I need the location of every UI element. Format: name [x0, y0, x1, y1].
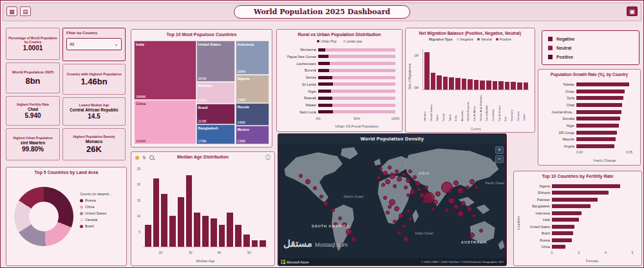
- bar[interactable]: [552, 211, 582, 215]
- density-bubble[interactable]: [397, 231, 401, 235]
- bar[interactable]: [552, 184, 620, 188]
- density-bubble[interactable]: [453, 204, 459, 209]
- bar[interactable]: [161, 194, 167, 247]
- legend-item[interactable]: Brazil: [80, 224, 111, 228]
- legend-item[interactable]: prular pop: [343, 39, 362, 43]
- bar[interactable]: [219, 225, 225, 247]
- legend-item[interactable]: China: [80, 205, 111, 209]
- bar[interactable]: [462, 79, 467, 90]
- bar[interactable]: [552, 191, 609, 195]
- legend-item[interactable]: Positive: [548, 55, 633, 59]
- map-body[interactable]: ASIAAUSTRALIASOUTH AMERICAAtlantic Ocean…: [278, 144, 506, 258]
- treemap-node[interactable]: China1416M: [134, 100, 196, 144]
- bar[interactable]: [511, 82, 516, 90]
- zoom-out-button[interactable]: −: [495, 155, 504, 163]
- legend-item[interactable]: Negative: [457, 37, 473, 41]
- stacked-bar[interactable]: [318, 76, 395, 79]
- bar[interactable]: [243, 235, 250, 247]
- density-bubble[interactable]: [410, 189, 415, 195]
- density-bubble[interactable]: [453, 180, 459, 186]
- bar[interactable]: [552, 198, 598, 202]
- stacked-bar[interactable]: [318, 62, 395, 65]
- treemap-node[interactable]: India1464M: [134, 41, 196, 100]
- density-bubble[interactable]: [305, 179, 310, 184]
- zoom-in-button[interactable]: +: [495, 146, 504, 154]
- density-bubble[interactable]: [457, 187, 464, 194]
- density-bubble[interactable]: [406, 178, 411, 183]
- density-bubble[interactable]: [457, 211, 464, 217]
- legend-item[interactable]: Neutral: [477, 37, 492, 41]
- bar[interactable]: [517, 82, 522, 90]
- bar[interactable]: [449, 77, 454, 90]
- insight-icon[interactable]: [135, 156, 139, 160]
- density-bubble[interactable]: [313, 186, 317, 190]
- bar[interactable]: [437, 75, 442, 90]
- density-bubble[interactable]: [399, 213, 404, 218]
- treemap-node[interactable]: Pakistan255M: [196, 82, 236, 104]
- density-bubble[interactable]: [422, 199, 426, 203]
- bar[interactable]: [480, 81, 485, 90]
- density-bubble[interactable]: [408, 217, 412, 221]
- bar[interactable]: [576, 103, 622, 107]
- bar[interactable]: [576, 82, 629, 86]
- stacked-bar[interactable]: [318, 110, 395, 113]
- bar[interactable]: [505, 82, 510, 90]
- bar[interactable]: [552, 218, 579, 222]
- treemap-node[interactable]: Russia146M: [236, 103, 270, 126]
- density-bubble[interactable]: [424, 186, 428, 189]
- bar[interactable]: [260, 240, 266, 247]
- density-bubble[interactable]: [383, 196, 387, 200]
- stacked-bar[interactable]: [318, 82, 395, 86]
- density-bubble[interactable]: [323, 201, 328, 206]
- density-bubble[interactable]: [331, 208, 335, 212]
- bar[interactable]: [552, 238, 572, 242]
- bar[interactable]: [498, 81, 504, 90]
- bar[interactable]: [552, 245, 565, 249]
- bar[interactable]: [211, 218, 217, 247]
- bar[interactable]: [443, 77, 448, 90]
- treemap-node[interactable]: Mexico135M: [236, 126, 270, 144]
- land-donut[interactable]: [14, 187, 73, 246]
- density-bubble[interactable]: [431, 207, 435, 211]
- density-bubble[interactable]: [415, 181, 420, 186]
- bar[interactable]: [235, 225, 242, 247]
- density-bubble[interactable]: [383, 171, 388, 176]
- treemap-node[interactable]: Indonesia288M: [236, 41, 270, 75]
- bar[interactable]: [493, 81, 498, 90]
- bar[interactable]: [552, 231, 573, 235]
- bar[interactable]: [178, 197, 184, 247]
- bar[interactable]: [194, 213, 200, 247]
- bar[interactable]: [252, 240, 258, 247]
- density-bubble[interactable]: [299, 174, 303, 178]
- info-icon[interactable]: ⓘ: [265, 154, 270, 161]
- zoom-icon[interactable]: [149, 155, 154, 160]
- report-page-icon[interactable]: ▤: [20, 6, 31, 16]
- bar[interactable]: [431, 73, 436, 90]
- density-bubble[interactable]: [397, 177, 402, 182]
- density-bubble[interactable]: [395, 169, 399, 173]
- stacked-bar[interactable]: [318, 90, 395, 93]
- density-bubble[interactable]: [381, 183, 385, 187]
- density-bubble[interactable]: [404, 186, 408, 189]
- bar[interactable]: [153, 178, 160, 247]
- bar[interactable]: [576, 124, 619, 128]
- legend-item[interactable]: Urban Pop: [317, 39, 337, 43]
- density-bubble[interactable]: [402, 224, 406, 228]
- density-bubble[interactable]: [448, 198, 455, 204]
- density-bubble[interactable]: [393, 220, 397, 224]
- treemap-node[interactable]: Nigeria238M: [236, 75, 270, 102]
- density-bubble[interactable]: [466, 186, 469, 189]
- bar[interactable]: [576, 117, 620, 120]
- density-bubble[interactable]: [467, 206, 472, 211]
- bar[interactable]: [524, 82, 529, 90]
- country-filter-dropdown[interactable]: All ⌄: [66, 38, 122, 50]
- density-bubble[interactable]: [394, 206, 399, 211]
- density-bubble[interactable]: [445, 208, 449, 212]
- density-bubble[interactable]: [469, 233, 475, 238]
- bar[interactable]: [169, 216, 176, 247]
- density-bubble[interactable]: [472, 214, 476, 218]
- bar[interactable]: [186, 175, 193, 247]
- density-bubble[interactable]: [479, 229, 483, 233]
- legend-item[interactable]: Russia: [80, 198, 111, 202]
- density-bubble[interactable]: [413, 175, 417, 179]
